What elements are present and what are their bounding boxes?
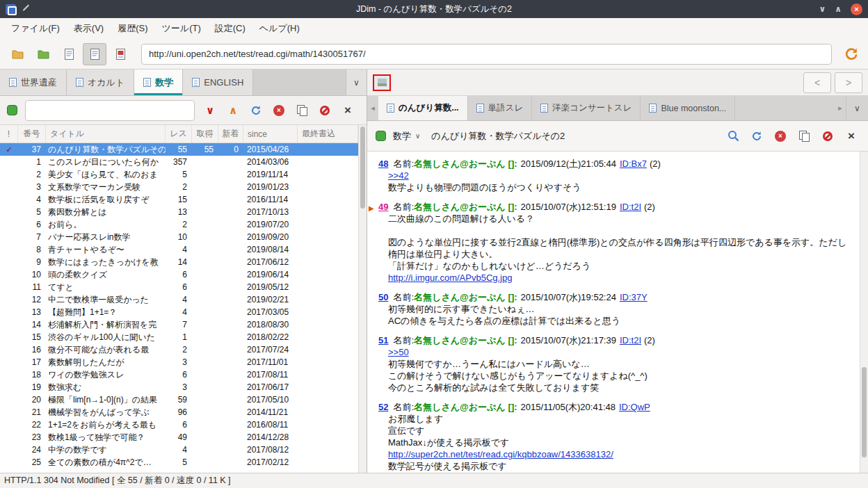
thread-row[interactable]: 221+1=2をお前らが考える最も62016/08/11 [0,418,358,431]
post-id[interactable]: ID:Bx7 [620,158,647,169]
open-url-button[interactable] [839,43,862,65]
post-id[interactable]: ID:QwP [619,402,650,412]
column-header-got[interactable]: 取得 [192,125,218,143]
search-icon[interactable] [725,128,741,145]
column-header-title[interactable]: タイトル [46,125,166,143]
thread-list-button[interactable] [83,43,106,65]
menu-item-tools[interactable]: ツール(T) [155,18,208,39]
menu-item-file[interactable]: ファイル(F) [4,18,67,39]
column-header-new[interactable]: 新着 [218,125,243,143]
column-header-number[interactable]: 番号 [18,125,46,143]
board-select[interactable]: 数学 ∨ [393,130,420,143]
post-number[interactable]: 49 [378,202,388,212]
post-number[interactable]: 50 [378,292,388,302]
thread-row[interactable]: ✓37のんびり算数・数学パズルその2555502015/04/26 [0,143,358,156]
thread-row[interactable]: 10頭の柔軟クイズ62019/06/14 [0,268,358,281]
image-view-button[interactable] [108,43,132,65]
board-list-scroll-thumb[interactable] [360,127,365,209]
thread-row[interactable]: 5素因数分解とは132017/10/13 [0,206,358,218]
post-link[interactable]: >>50 [388,347,409,357]
tab-scroll-left-icon[interactable]: ◂ [367,96,378,120]
post-link[interactable]: >>42 [388,170,409,181]
board-list-scrollbar[interactable] [358,125,367,473]
close-button[interactable]: × [851,3,862,15]
board-tab-english[interactable]: ENGLISH [183,70,253,95]
thread-row[interactable]: 18ワイの数学勉強スレ62017/08/11 [0,368,358,381]
thread-row[interactable]: 7バナー応募スレin数学102019/09/20 [0,231,358,243]
thread-row[interactable]: 9数学にはまったきっかけを教142017/06/12 [0,256,358,268]
thread-tab-tango[interactable]: 単語スレ [468,96,533,120]
open-folder-button[interactable] [6,43,29,65]
search-down-icon[interactable]: ∨ [202,103,218,118]
thread-row[interactable]: 12中二で数検準一級受かった42019/02/21 [0,293,358,306]
column-header-since[interactable]: since [243,125,298,143]
column-header-last-write[interactable]: 最終書込 [298,125,358,143]
thread-row[interactable]: 15渋谷のギャル100人に聞いた12018/02/22 [0,331,358,343]
thread-row[interactable]: 3文系数学でマーカン受験22019/01/23 [0,181,358,193]
menu-item-settings[interactable]: 設定(C) [208,18,252,39]
thread-row[interactable]: 23数検1級って独学で可能？492014/12/28 [0,431,358,444]
thread-row[interactable]: 14杉浦解析入門・解析演習を完72018/08/30 [0,318,358,331]
menu-item-view[interactable]: 表示(V) [67,18,111,39]
column-header-res[interactable]: レス [166,125,192,143]
thread-scroll-thumb[interactable] [862,367,867,457]
menu-item-history[interactable]: 履歴(S) [111,18,154,39]
post-id[interactable]: ID:37Y [620,292,648,302]
post-number[interactable]: 51 [378,335,388,345]
stop-icon[interactable]: × [271,103,287,118]
post-number[interactable]: 48 [378,158,388,169]
copy-thread-icon[interactable] [796,128,812,145]
thread-tab-nonbiri-math[interactable]: のんびり算数... [378,96,468,120]
reload-thread-icon[interactable] [748,128,765,145]
thread-row[interactable]: 21機械学習をがんばって学ぶ962014/11/21 [0,406,358,418]
board-list-button[interactable] [57,43,81,65]
thread-row[interactable]: 6お前ら。22019/07/20 [0,218,358,231]
thread-row[interactable]: 11てすと62019/05/12 [0,281,358,293]
thread-row[interactable]: 24中学の数学です42017/08/12 [0,444,358,456]
minimize-button[interactable]: ∨ [819,4,826,14]
thread-row[interactable]: 2美少女「ほら見て、私のおま52019/11/14 [0,168,358,181]
thread-row[interactable]: 4数学板に活気を取り戻すぞ152016/11/14 [0,193,358,206]
tab-scroll-right-icon[interactable]: ▸ [835,96,846,120]
copy-icon[interactable] [294,103,310,118]
close-tab-icon[interactable]: × [340,103,355,118]
thread-row[interactable]: 16微分不可能な点が表れる最22017/07/24 [0,343,358,356]
thread-row[interactable]: 17素数解明したんだが32017/11/01 [0,356,358,368]
prev-view-button[interactable]: < [803,72,831,93]
thread-tab-yogaku-concert[interactable]: 洋楽コンサートスレ [532,96,641,120]
column-header-mark[interactable]: ! [0,125,18,143]
abone-thread-icon[interactable] [819,128,836,145]
thread-row[interactable]: 1このスレが目についたら何か3572014/03/06 [0,156,358,168]
board-tab-occult[interactable]: オカルト [67,70,134,95]
thread-row[interactable]: 13【超難問】1+1=？42017/03/05 [0,306,358,318]
post-id[interactable]: ID:t2I [620,202,641,212]
url-input[interactable] [141,44,832,65]
post-link[interactable]: http://super2ch.net/test/read.cgi/kqbbzo… [388,449,613,459]
stop-thread-icon[interactable]: × [772,128,789,145]
thread-row[interactable]: 20極限「lim[n→1-0](n)」の結果592017/05/10 [0,393,358,406]
reload-board-icon[interactable] [248,103,264,118]
post-number[interactable]: 52 [378,402,388,412]
close-thread-tab-icon[interactable]: × [843,128,860,145]
post-id[interactable]: ID:t2I [620,335,641,345]
board-tab-world-heritage[interactable]: 世界遺産 [0,70,67,95]
thread-row[interactable]: 8青チャートやるぞ〜42019/08/14 [0,243,358,256]
next-view-button[interactable]: > [835,72,862,93]
thread-tab-blue-moonstone[interactable]: Blue moonston... [641,96,735,120]
thread-scrollbar[interactable] [860,152,868,473]
thread-row[interactable]: 25全ての素数の積が4π^2で…52017/02/12 [0,456,358,469]
image-tab-thumbnail[interactable] [373,74,391,91]
titlebar[interactable]: JDim - のんびり算数・数学パズルその2 ∨ ∧ × [0,0,868,18]
bookmark-folder-button[interactable] [31,43,55,65]
board-tab-math[interactable]: 数学 [134,70,183,95]
abone-icon[interactable] [317,103,332,118]
board-search-input[interactable] [25,100,195,121]
thread-content[interactable]: 48名前:名無しさん@おーぷん[]:2015/09/12(土)21:05:44I… [367,152,868,473]
thread-tab-list-button[interactable]: ∨ [846,96,868,120]
board-tab-list-button[interactable]: ∨ [346,70,367,95]
search-up-icon[interactable]: ∧ [225,103,241,118]
menu-item-help[interactable]: ヘルプ(H) [252,18,307,39]
thread-row[interactable]: 19数強求む32017/06/17 [0,381,358,393]
maximize-button[interactable]: ∧ [835,4,842,14]
post-link[interactable]: http://i.imgur.com/APvb5Cg.jpg [388,273,512,283]
